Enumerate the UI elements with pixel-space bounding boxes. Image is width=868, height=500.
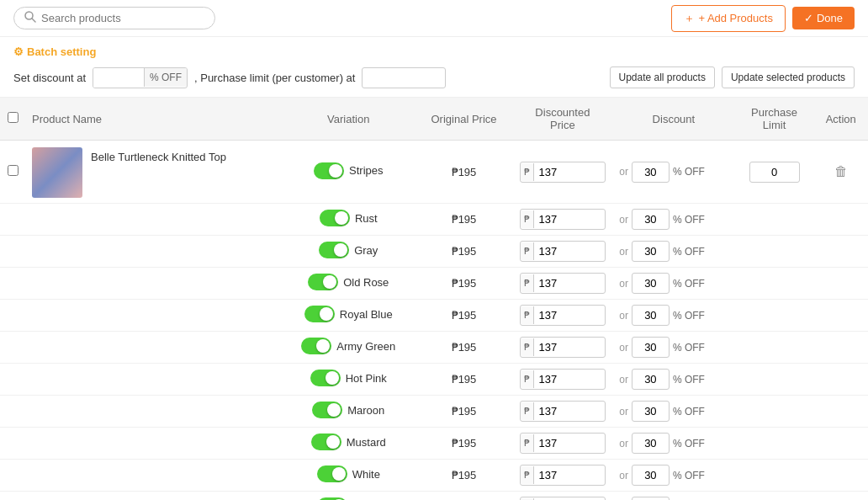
discount-cell: or% OFF [612,396,734,428]
percent-off-suffix: % OFF [673,166,705,178]
product-name-cell [25,428,282,460]
variation-cell: Gray [282,236,415,268]
svg-line-1 [32,19,35,22]
batch-setting-text: Batch setting [27,45,96,58]
done-button[interactable]: ✓ Done [792,7,855,29]
discounted-price-input[interactable] [534,306,576,325]
toggle-knob [334,243,347,257]
toggle-knob [320,307,333,321]
action-cell [814,492,868,501]
purchase-limit-input[interactable] [749,162,800,183]
discounted-price-input[interactable] [534,210,576,229]
discount-input[interactable] [632,241,670,262]
variation-cell: Stripes [282,141,415,204]
discount-input[interactable] [632,162,670,183]
discounted-price-input[interactable] [534,162,576,182]
purchase-limit-cell [735,332,814,364]
product-name-cell [25,268,282,300]
batch-purchase-limit-input[interactable] [362,67,446,88]
variation-label: Hot Pink [346,372,387,385]
variation-toggle[interactable]: Gray [319,242,378,258]
discount-cell: or% OFF [612,300,734,332]
discount-input[interactable] [632,209,670,230]
toggle-switch[interactable] [317,465,347,482]
batch-discount-input[interactable] [93,68,144,88]
or-text: or [619,278,628,290]
discounted-price-cell: ₱ [513,332,613,364]
discounted-price-input-wrap: ₱ [520,209,606,230]
currency-symbol: ₱ [521,434,534,452]
discount-input[interactable] [632,305,670,326]
discounted-price-input[interactable] [534,465,576,485]
update-all-products-button[interactable]: Update all products [610,66,715,88]
search-box[interactable] [13,7,215,29]
discounted-price-input-wrap: ₱ [520,401,606,422]
variation-toggle[interactable]: Army Green [301,338,395,354]
product-cell: Belle Turtleneck Knitted Top [32,147,275,198]
variation-toggle[interactable]: Old Rose [308,274,389,290]
product-name-cell [25,300,282,332]
row-checkbox[interactable] [8,165,19,176]
discounted-price-input[interactable] [534,434,576,453]
toggle-switch[interactable] [314,162,344,179]
discount-input[interactable] [632,401,670,422]
original-price-cell: ₱195 [415,268,512,300]
variation-toggle[interactable]: Hot Pink [310,370,387,386]
discounted-price-input[interactable] [534,338,576,357]
variation-toggle[interactable]: Maroon [312,402,384,418]
table-row: Army Green₱195₱or% OFF [0,332,868,364]
original-price-cell: ₱195 [415,428,512,460]
select-all-checkbox[interactable] [8,112,19,123]
discount-input[interactable] [632,465,670,486]
discounted-price-input[interactable] [534,274,576,293]
discount-input-wrap: % OFF [93,67,188,88]
discount-input-group: or% OFF [619,401,728,422]
discount-input[interactable] [632,369,670,390]
search-icon [24,11,36,25]
variation-cell: Maroon [282,396,415,428]
action-cell: 🗑 [814,141,868,204]
toggle-switch[interactable] [308,274,338,290]
variation-cell: Hot Pink [282,364,415,396]
discount-cell: or% OFF [612,460,734,492]
toggle-switch[interactable] [320,210,350,226]
product-name-cell [25,396,282,428]
variation-toggle[interactable]: Mustard [311,434,386,450]
row-checkbox-cell [0,364,25,396]
add-products-button[interactable]: ＋ + Add Products [671,5,786,32]
variation-toggle[interactable]: White [317,465,380,482]
toggle-switch[interactable] [304,306,335,322]
search-input[interactable] [41,12,204,24]
toggle-switch[interactable] [310,370,341,386]
discount-input-group: or% OFF [619,433,728,454]
original-price-cell: ₱195 [415,492,512,501]
discounted-price-input-wrap: ₱ [520,433,606,454]
discount-cell: or% OFF [612,364,734,396]
purchase-limit-cell [735,364,814,396]
variation-toggle[interactable]: Rust [320,210,378,226]
discount-input[interactable] [632,433,670,454]
action-cell [814,460,868,492]
discounted-price-cell: ₱ [513,300,613,332]
discount-input[interactable] [632,337,670,358]
update-selected-products-button[interactable]: Update selected products [722,66,855,88]
discounted-price-input[interactable] [534,402,576,421]
toggle-knob [326,435,340,449]
toggle-switch[interactable] [311,434,341,450]
discounted-price-input[interactable] [534,242,576,261]
action-cell [814,396,868,428]
delete-product-button[interactable]: 🗑 [831,161,851,183]
discount-input[interactable] [632,497,670,500]
discounted-price-input[interactable] [534,370,576,389]
product-name-cell [25,204,282,236]
discount-input[interactable] [632,273,670,294]
variation-toggle[interactable]: Stripes [314,162,383,179]
add-products-label: + Add Products [698,12,773,24]
percent-off-suffix: % OFF [673,310,705,322]
variation-toggle[interactable]: Royal Blue [304,306,393,322]
discount-cell: or% OFF [612,332,734,364]
toggle-switch[interactable] [301,338,331,354]
toggle-switch[interactable] [312,402,342,418]
toggle-switch[interactable] [319,242,349,258]
discounted-price-input-wrap: ₱ [520,465,606,486]
